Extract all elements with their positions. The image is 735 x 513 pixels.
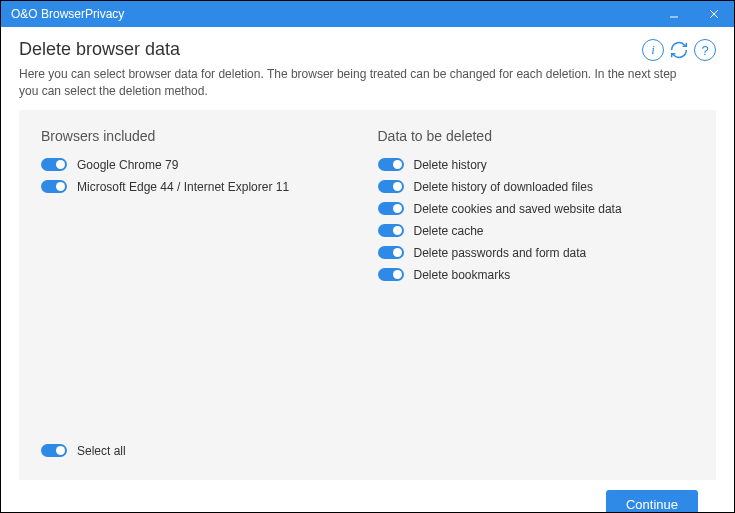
close-button[interactable] [694,1,734,27]
data-row-bookmarks: Delete bookmarks [378,268,695,282]
toggle-chrome[interactable] [41,158,67,171]
data-label: Delete cache [414,224,484,238]
continue-button[interactable]: Continue [606,490,698,513]
data-label: Delete cookies and saved website data [414,202,622,216]
data-row-cookies: Delete cookies and saved website data [378,202,695,216]
browser-label: Microsoft Edge 44 / Internet Explorer 11 [77,180,289,194]
window-controls [654,1,734,27]
page-description: Here you can select browser data for del… [19,66,699,100]
browsers-heading: Browsers included [41,128,358,144]
browsers-column: Browsers included Google Chrome 79 Micro… [41,128,358,290]
titlebar: O&O BrowserPrivacy [1,1,734,27]
toggle-cache[interactable] [378,224,404,237]
toggle-edge-ie[interactable] [41,180,67,193]
data-row-download-history: Delete history of downloaded files [378,180,695,194]
browser-row-edge-ie: Microsoft Edge 44 / Internet Explorer 11 [41,180,358,194]
page-header: Delete browser data i ? Here you can sel… [19,39,716,100]
select-all-row: Select all [41,444,126,458]
footer: Continue [19,480,716,513]
refresh-icon[interactable] [668,39,690,61]
minimize-button[interactable] [654,1,694,27]
toggle-history[interactable] [378,158,404,171]
data-label: Delete history [414,158,487,172]
data-column: Data to be deleted Delete history Delete… [378,128,695,290]
data-row-passwords: Delete passwords and form data [378,246,695,260]
browser-label: Google Chrome 79 [77,158,178,172]
data-heading: Data to be deleted [378,128,695,144]
main-panel: Browsers included Google Chrome 79 Micro… [19,110,716,480]
content-area: Delete browser data i ? Here you can sel… [1,27,734,513]
toggle-cookies[interactable] [378,202,404,215]
browser-row-chrome: Google Chrome 79 [41,158,358,172]
data-label: Delete passwords and form data [414,246,587,260]
toggle-passwords[interactable] [378,246,404,259]
window-title: O&O BrowserPrivacy [11,7,124,21]
toggle-bookmarks[interactable] [378,268,404,281]
info-icon[interactable]: i [642,39,664,61]
data-row-history: Delete history [378,158,695,172]
help-icon[interactable]: ? [694,39,716,61]
toggle-select-all[interactable] [41,444,67,457]
page-title: Delete browser data [19,39,716,60]
data-label: Delete history of downloaded files [414,180,593,194]
header-icons: i ? [642,39,716,61]
toggle-download-history[interactable] [378,180,404,193]
select-all-label: Select all [77,444,126,458]
data-row-cache: Delete cache [378,224,695,238]
data-label: Delete bookmarks [414,268,511,282]
